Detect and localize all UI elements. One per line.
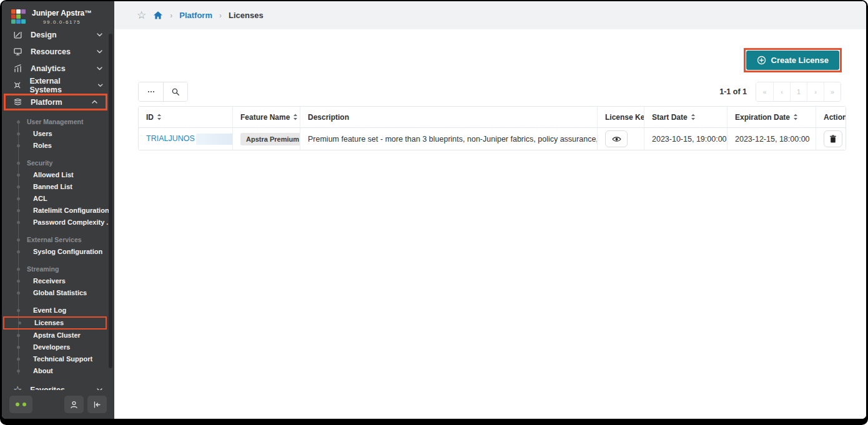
chevron-up-icon [90,97,99,107]
brand-header[interactable]: Juniper Apstra™ 99.0.0-6175 [2,1,114,32]
app-window: Juniper Apstra™ 99.0.0-6175 Design Resou… [2,1,866,419]
sidebar-item-label: Analytics [31,64,66,73]
cell-description: Premium feature set - more than 3 bluepr… [300,128,597,150]
sidebar-item-favorites[interactable]: ☆ Favorites [2,381,114,390]
sidebar-item-banned-list[interactable]: Banned List [2,181,114,193]
resources-icon [13,47,22,56]
submenu-section-user-management: User Management [2,116,114,128]
sidebar-item-resources[interactable]: Resources [2,43,114,60]
cell-actions [816,128,846,150]
collapse-left-icon [92,400,102,409]
submenu-section-external-services: External Services [2,234,114,246]
column-header-description[interactable]: Description [300,107,597,128]
sidebar-item-about[interactable]: About [2,365,114,377]
create-license-button[interactable]: Create License [746,51,840,70]
green-status-dot-icon [16,403,19,406]
column-header-actions: Actions [816,107,846,128]
submenu-section-security: Security [2,157,114,169]
sidebar: Juniper Apstra™ 99.0.0-6175 Design Resou… [2,1,114,419]
licenses-table-container: ID Feature Name Description License Key … [138,106,841,150]
home-icon[interactable] [153,11,163,20]
column-header-start-date[interactable]: Start Date [644,107,727,128]
sidebar-item-developers[interactable]: Developers [2,341,114,353]
more-options-button[interactable] [139,82,163,101]
design-icon [13,32,22,39]
star-icon: ☆ [13,385,22,391]
sidebar-item-roles[interactable]: Roles [2,140,114,152]
breadcrumb-separator: › [170,11,172,20]
main-area: ☆ › Platform › Licenses Create License [114,1,866,419]
cell-license-key [597,128,644,150]
sidebar-scrollbar[interactable] [109,34,112,368]
submenu-section-streaming: Streaming [2,263,114,275]
sidebar-item-platform[interactable]: Platform [4,94,107,110]
pagination-range: 1-1 of 1 [719,87,747,96]
sort-icon [157,114,162,120]
sidebar-item-global-statistics[interactable]: Global Statistics [2,287,114,299]
sidebar-item-allowed-list[interactable]: Allowed List [2,169,114,181]
delete-license-button[interactable] [824,130,842,147]
column-header-expiration-date[interactable]: Expiration Date [727,107,816,128]
breadcrumb: ☆ › Platform › Licenses [114,1,866,29]
sidebar-item-apstra-cluster[interactable]: Apstra Cluster [2,330,114,341]
table-tools-group [138,82,188,102]
last-page-button[interactable]: » [824,82,841,101]
next-page-button[interactable]: › [807,82,824,101]
sort-icon [293,114,298,120]
sidebar-item-label: External Systems [29,77,87,94]
sidebar-item-users[interactable]: Users [2,128,114,140]
cell-id: TRIALJUNOS [139,128,232,150]
sidebar-item-label: Platform [31,98,62,107]
chevron-down-icon [95,64,104,73]
chevron-down-icon [95,32,104,39]
column-header-license-key[interactable]: License Key [597,107,644,128]
sidebar-item-licenses[interactable]: Licenses [3,316,107,330]
licenses-page: Create License 1-1 of 1 [114,29,866,419]
sidebar-item-acl[interactable]: ACL [2,193,114,205]
sidebar-item-label: Favorites [30,386,65,391]
table-row: TRIALJUNOS Apstra Premium Premium featur… [139,128,846,150]
feature-name-badge: Apstra Premium [240,133,300,145]
sidebar-item-receivers[interactable]: Receivers [2,275,114,287]
collapse-sidebar-button[interactable] [87,396,107,413]
trash-icon [829,135,837,143]
sidebar-item-design[interactable]: Design [2,32,114,43]
column-header-id[interactable]: ID [139,107,232,128]
cell-feature-name: Apstra Premium [232,128,300,150]
green-status-dot-icon [22,403,26,406]
search-button[interactable] [163,82,187,101]
previous-page-button[interactable]: ‹ [773,82,790,101]
page-number-button[interactable]: 1 [790,82,807,101]
create-license-label: Create License [771,56,829,65]
sidebar-item-password-complexity[interactable]: Password Complexity ... [2,217,114,228]
sort-icon [793,114,798,120]
platform-submenu: User Management Users Roles Security All… [2,116,114,377]
first-page-button[interactable]: « [756,82,773,101]
breadcrumb-current-licenses: Licenses [229,11,264,20]
sidebar-item-external-systems[interactable]: External Systems [2,77,114,94]
sidebar-footer [2,390,114,419]
chevron-down-icon [96,81,104,90]
table-header-row: ID Feature Name Description License Key … [139,107,846,128]
redacted-id-blur [196,134,232,145]
sidebar-item-analytics[interactable]: Analytics [2,60,114,77]
table-toolbar: 1-1 of 1 « ‹ 1 › » [138,82,841,102]
view-license-key-button[interactable] [605,130,628,147]
sidebar-item-syslog-configuration[interactable]: Syslog Configuration [2,246,114,258]
analytics-icon [13,64,22,73]
sidebar-item-ratelimit-configuration[interactable]: Ratelimit Configuration [2,205,114,217]
external-systems-icon [13,81,21,90]
status-indicator-button[interactable] [9,396,32,413]
license-id-link[interactable]: TRIALJUNOS [146,134,195,143]
eye-icon [612,135,621,143]
sidebar-item-technical-support[interactable]: Technical Support [2,353,114,365]
column-header-feature-name[interactable]: Feature Name [232,107,300,128]
breadcrumb-link-platform[interactable]: Platform [179,11,212,20]
chevron-down-icon [95,47,104,56]
juniper-apstra-logo-icon [11,9,26,24]
user-account-button[interactable] [64,396,84,413]
favorite-star-icon[interactable]: ☆ [137,10,146,21]
ellipsis-icon [147,87,155,96]
sidebar-item-label: Resources [31,47,71,56]
sidebar-item-event-log[interactable]: Event Log [2,305,114,316]
